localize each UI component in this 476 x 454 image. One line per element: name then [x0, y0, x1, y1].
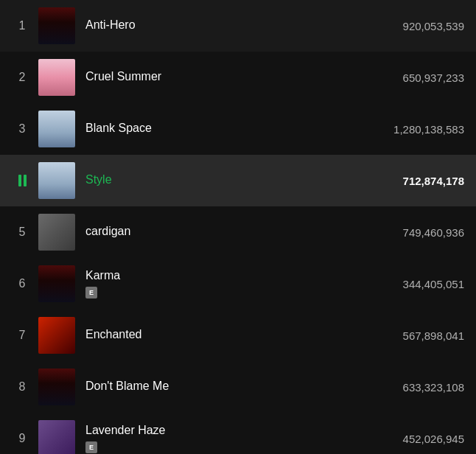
track-info: Enchanted	[85, 328, 376, 343]
track-plays: 749,460,936	[376, 226, 464, 239]
track-name: Style	[85, 173, 376, 186]
track-plays: 650,937,233	[376, 71, 464, 84]
track-row[interactable]: 7 Enchanted 567,898,041	[0, 310, 476, 361]
track-number: 6	[12, 277, 32, 290]
track-row[interactable]: 3 Blank Space 1,280,138,583	[0, 103, 476, 155]
track-name: Karma	[85, 269, 376, 282]
album-art	[38, 59, 75, 96]
track-number: 2	[12, 71, 32, 84]
track-info: Anti-Hero	[85, 18, 376, 33]
album-art	[38, 317, 75, 354]
track-plays: 712,874,178	[376, 175, 464, 187]
track-name: cardigan	[85, 225, 376, 238]
album-art	[38, 111, 75, 147]
pause-icon[interactable]	[12, 175, 32, 186]
track-name: Lavender Haze	[85, 424, 376, 437]
track-row[interactable]: 5 cardigan 749,460,936	[0, 206, 476, 258]
track-plays: 452,026,945	[376, 433, 464, 445]
track-plays: 344,405,051	[376, 278, 464, 290]
track-number: 8	[12, 380, 32, 394]
album-art	[38, 265, 75, 302]
explicit-badge: E	[85, 287, 97, 298]
track-plays: 920,053,539	[376, 20, 464, 32]
album-art	[38, 214, 75, 251]
track-name: Blank Space	[85, 122, 376, 135]
track-info: cardigan	[85, 225, 376, 240]
track-row[interactable]: 8 Don't Blame Me 633,323,108	[0, 361, 476, 413]
track-number: 1	[12, 19, 32, 32]
track-row[interactable]: 2 Cruel Summer 650,937,233	[0, 52, 476, 103]
album-art	[38, 369, 75, 405]
track-info: Blank Space	[85, 122, 376, 136]
track-row[interactable]: 6 Karma E 344,405,051	[0, 258, 476, 310]
track-info: Karma E	[85, 269, 376, 298]
track-row[interactable]: 1 Anti-Hero 920,053,539	[0, 0, 476, 52]
track-number: 7	[12, 329, 32, 342]
track-name: Anti-Hero	[85, 18, 376, 32]
track-plays: 567,898,041	[376, 329, 464, 342]
track-number: 9	[12, 432, 32, 445]
track-info: Cruel Summer	[85, 70, 376, 85]
track-number: 3	[12, 122, 32, 136]
album-art	[38, 420, 75, 454]
track-list: 1 Anti-Hero 920,053,539 2 Cruel Summer 6…	[0, 0, 476, 454]
track-row[interactable]: Style 712,874,178	[0, 155, 476, 206]
track-name: Cruel Summer	[85, 70, 376, 83]
track-plays: 1,280,138,583	[376, 123, 464, 136]
track-row[interactable]: 9 Lavender Haze E 452,026,945	[0, 413, 476, 454]
album-art	[38, 7, 75, 44]
track-name: Enchanted	[85, 328, 376, 341]
album-art	[38, 162, 75, 199]
track-name: Don't Blame Me	[85, 380, 376, 393]
track-number: 5	[12, 226, 32, 239]
explicit-badge: E	[85, 441, 97, 453]
track-info: Don't Blame Me	[85, 380, 376, 394]
track-plays: 633,323,108	[376, 381, 464, 394]
track-info: Lavender Haze E	[85, 424, 376, 453]
track-info: Style	[85, 173, 376, 188]
